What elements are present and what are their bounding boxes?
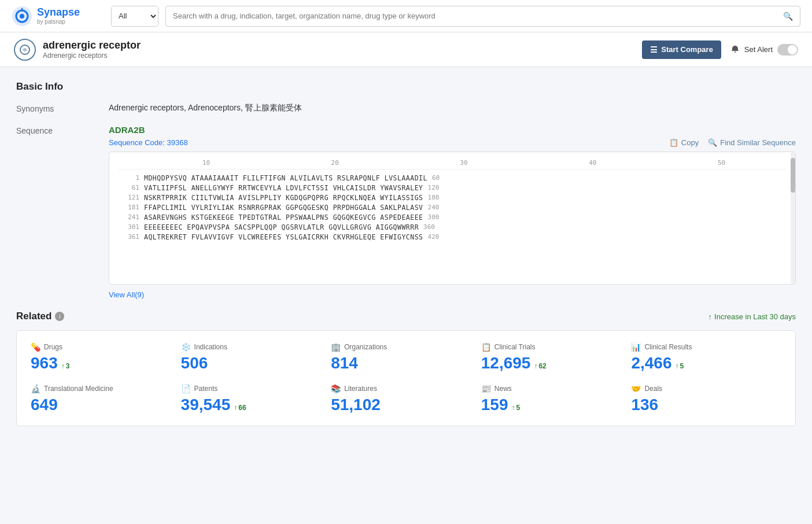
synonyms-label: Synonyms: [16, 103, 109, 113]
sequence-code: Sequence Code: 39368: [109, 138, 188, 147]
alert-area: Set Alert: [730, 44, 798, 56]
card-value-row: 506: [181, 354, 331, 372]
scrollbar-track: [791, 152, 795, 284]
related-card-patents[interactable]: 📄 Patents 39,545 ↑66: [181, 384, 331, 414]
increase-text: Increase in Last 30 days: [714, 312, 796, 321]
sequence-line: 181 FFAPCLIMIL VYLRIYLIAK RSNRRGPRAK GGP…: [119, 204, 786, 212]
find-similar-button[interactable]: 🔍 Find Similar Sequence: [708, 138, 796, 147]
card-label: Deals: [644, 385, 662, 393]
card-value: 506: [181, 354, 208, 372]
sequence-ruler: 10 20 30 40 50: [119, 159, 786, 169]
card-label-row: 📊 Clinical Results: [631, 342, 781, 352]
seq-line-data: ASAREVNGHS KSTGEKEEGE TPEDTGTRAL PPSWAAL…: [144, 213, 423, 222]
card-value: 159: [481, 396, 508, 414]
card-label: Clinical Trials: [494, 343, 536, 351]
sequence-row: Sequence ADRA2B Sequence Code: 39368 📋 C…: [16, 125, 796, 299]
related-card-literatures[interactable]: 📚 Literatures 51,102: [331, 384, 481, 414]
related-title: Related: [16, 311, 51, 322]
card-value-row: 159 ↑5: [481, 396, 632, 414]
card-value: 39,545: [181, 396, 231, 414]
scrollbar-thumb[interactable]: [791, 158, 795, 193]
sequence-lines: 1 MDHQDPYSVQ ATAAAIAAAIT FLILFTIFGN ALVI…: [119, 174, 786, 241]
seq-line-end: 240: [428, 204, 440, 212]
filter-select[interactable]: All Drugs Targets: [112, 6, 158, 26]
card-value: 814: [331, 354, 358, 372]
card-label-row: 📋 Clinical Trials: [481, 342, 632, 352]
related-card-clinical-trials[interactable]: 📋 Clinical Trials 12,695 ↑62: [481, 342, 632, 372]
sequence-code-row: Sequence Code: 39368 📋 Copy 🔍 Find Simil…: [109, 138, 796, 147]
sequence-line: 1 MDHQDPYSVQ ATAAAIAAAIT FLILFTIFGN ALVI…: [119, 174, 786, 182]
copy-button[interactable]: 📋 Copy: [669, 138, 699, 147]
related-card-deals[interactable]: 🤝 Deals 136: [631, 384, 781, 414]
related-card-indications[interactable]: ❄️ Indications 506: [181, 342, 331, 372]
increase-label: ↑ Increase in Last 30 days: [708, 312, 796, 321]
start-compare-button[interactable]: ☰ Start Compare: [642, 40, 721, 59]
alert-icon: [730, 44, 740, 55]
related-card-translational-medicine[interactable]: 🔬 Translational Medicine 649: [31, 384, 181, 414]
search-filter-dropdown[interactable]: All Drugs Targets: [111, 6, 158, 27]
search-box[interactable]: 🔍: [165, 6, 800, 27]
sequence-actions: 📋 Copy 🔍 Find Similar Sequence: [669, 138, 796, 147]
related-info-badge[interactable]: i: [55, 312, 64, 321]
card-label-row: 🔬 Translational Medicine: [31, 384, 181, 393]
related-title-row: Related i: [16, 311, 64, 322]
card-label-row: 🏢 Organizations: [331, 342, 481, 352]
related-cards: 💊 Drugs 963 ↑3 ❄️ Indications 506 🏢 Orga…: [16, 330, 796, 426]
card-label: News: [494, 385, 512, 393]
seq-line-num: 61: [119, 184, 139, 192]
alert-toggle[interactable]: [777, 44, 798, 56]
related-card-news[interactable]: 📰 News 159 ↑5: [481, 384, 632, 414]
card-label-row: ❄️ Indications: [181, 342, 331, 352]
svg-rect-5: [734, 51, 736, 53]
related-card-organizations[interactable]: 🏢 Organizations 814: [331, 342, 481, 372]
card-icon: 💊: [31, 342, 40, 352]
card-icon: 📊: [631, 342, 641, 352]
logo-sub: by patsnap: [37, 19, 80, 25]
seq-line-end: 60: [432, 174, 440, 182]
card-icon: 📄: [181, 384, 191, 393]
topbar: Synapse by patsnap All Drugs Targets 🔍: [0, 0, 812, 32]
sequence-box[interactable]: 10 20 30 40 50 1 MDHQDPYSVQ ATAAAIAAAIT …: [109, 152, 796, 285]
find-similar-label: Find Similar Sequence: [720, 138, 796, 147]
sequence-value: ADRA2B Sequence Code: 39368 📋 Copy 🔍 Fin…: [109, 125, 796, 299]
related-card-drugs[interactable]: 💊 Drugs 963 ↑3: [31, 342, 181, 372]
card-label: Clinical Results: [644, 343, 692, 351]
related-card-clinical-results[interactable]: 📊 Clinical Results 2,466 ↑5: [631, 342, 781, 372]
increase-arrow-icon: ↑: [234, 404, 237, 412]
card-label: Translational Medicine: [44, 385, 113, 393]
card-icon: 📚: [331, 384, 341, 393]
seq-line-data: NSKRTPRRIK CIILTVWLIA AVISLPPLIY KGDQGPQ…: [144, 194, 423, 202]
seq-line-num: 301: [119, 223, 139, 231]
seq-line-data: FFAPCLIMIL VYLRIYLIAK RSNRRGPRAK GGPGQGE…: [144, 204, 423, 212]
card-value-row: 12,695 ↑62: [481, 354, 632, 372]
seq-line-num: 1: [119, 174, 139, 182]
card-icon: 🏢: [331, 342, 341, 352]
card-increase: ↑66: [234, 404, 246, 412]
card-value-row: 649: [31, 396, 181, 414]
sequence-line: 61 VATLIIPFSL ANELLGYWYF RRTWCEVYLA LDVL…: [119, 184, 786, 192]
card-increase: ↑62: [534, 362, 546, 370]
card-value-row: 136: [631, 396, 781, 414]
seq-line-data: VATLIIPFSL ANELLGYWYF RRTWCEVYLA LDVLFCT…: [144, 184, 423, 192]
search-input[interactable]: [166, 12, 776, 20]
card-label-row: 🤝 Deals: [631, 384, 781, 393]
seq-line-end: 420: [428, 233, 440, 241]
view-all-link[interactable]: View All(9): [109, 290, 144, 299]
card-label-row: 📚 Literatures: [331, 384, 481, 393]
card-label-row: 📄 Patents: [181, 384, 331, 393]
compare-icon: ☰: [650, 45, 658, 54]
find-similar-icon: 🔍: [708, 138, 717, 147]
basic-info-title: Basic Info: [16, 81, 796, 93]
card-increase: ↑5: [675, 362, 684, 370]
card-value-row: 814: [331, 354, 481, 372]
svg-point-2: [20, 14, 24, 19]
sequence-label: Sequence: [16, 125, 109, 135]
sequence-line: 241 ASAREVNGHS KSTGEKEEGE TPEDTGTRAL PPS…: [119, 213, 786, 222]
card-icon: 🔬: [31, 384, 40, 393]
search-icon[interactable]: 🔍: [776, 12, 800, 21]
card-value: 649: [31, 396, 58, 414]
copy-icon: 📋: [669, 138, 678, 147]
header-actions: ☰ Start Compare Set Alert: [642, 40, 798, 59]
entity-subtitle: Adrenergic receptors: [43, 51, 642, 60]
seq-line-num: 241: [119, 213, 139, 222]
